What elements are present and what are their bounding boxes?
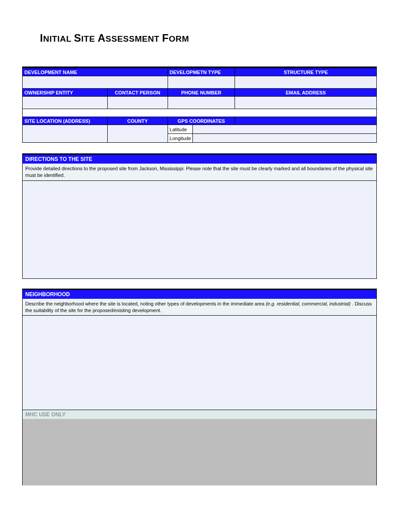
section-mhc: MHC USE ONLY xyxy=(23,410,376,485)
field-dev-type[interactable] xyxy=(168,76,235,89)
hdr-gps-ext xyxy=(235,117,377,125)
section-directions: DIRECTIONS TO THE SITE Provide detailed … xyxy=(22,153,377,279)
field-longitude[interactable] xyxy=(192,134,377,143)
field-email[interactable] xyxy=(235,97,377,109)
field-ownership[interactable] xyxy=(23,97,108,109)
hdr-gps: GPS COORDINATES xyxy=(168,117,235,125)
field-contact[interactable] xyxy=(107,97,168,109)
field-phone[interactable] xyxy=(168,97,235,109)
page-title: INITIAL SITE ASSESSMENT FORM xyxy=(40,32,377,44)
hdr-directions: DIRECTIONS TO THE SITE xyxy=(23,155,376,164)
hdr-ownership: OWNERSHIP ENTITY xyxy=(23,89,108,97)
identification-block: DEVELOPMENT NAME DEVELOPMETN TYPE STRUCT… xyxy=(22,66,377,143)
section-neighborhood: NEIGHBORHOOD Describe the neighborhood w… xyxy=(22,289,377,486)
hdr-neighborhood: NEIGHBORHOOD xyxy=(23,290,376,299)
hdr-mhc: MHC USE ONLY xyxy=(23,410,376,419)
instr-directions: Provide detailed directions to the propo… xyxy=(23,164,376,181)
field-mhc xyxy=(23,419,376,485)
hdr-contact: CONTACT PERSON xyxy=(107,89,168,97)
hdr-dev-name: DEVELOPMENT NAME xyxy=(23,68,168,76)
field-neighborhood[interactable] xyxy=(23,316,376,410)
field-latitude[interactable] xyxy=(192,125,377,134)
field-county[interactable] xyxy=(107,125,168,143)
label-latitude: Latitude xyxy=(168,125,192,134)
hdr-email: EMAIL ADDRESS xyxy=(235,89,377,97)
instr-neighborhood: Describe the neighborhood where the site… xyxy=(23,299,376,316)
field-directions[interactable] xyxy=(23,181,376,278)
hdr-county: COUNTY xyxy=(107,117,168,125)
hdr-phone: PHONE NUMBER xyxy=(168,89,235,97)
label-longitude: Longitude xyxy=(168,134,192,143)
hdr-struct-type: STRUCTURE TYPE xyxy=(235,68,377,76)
field-site-loc[interactable] xyxy=(23,125,108,143)
hdr-site-loc: SITE LOCATION (ADDRESS) xyxy=(23,117,108,125)
field-struct-type[interactable] xyxy=(235,76,377,89)
field-dev-name[interactable] xyxy=(23,76,168,89)
hdr-dev-type: DEVELOPMETN TYPE xyxy=(168,68,235,76)
